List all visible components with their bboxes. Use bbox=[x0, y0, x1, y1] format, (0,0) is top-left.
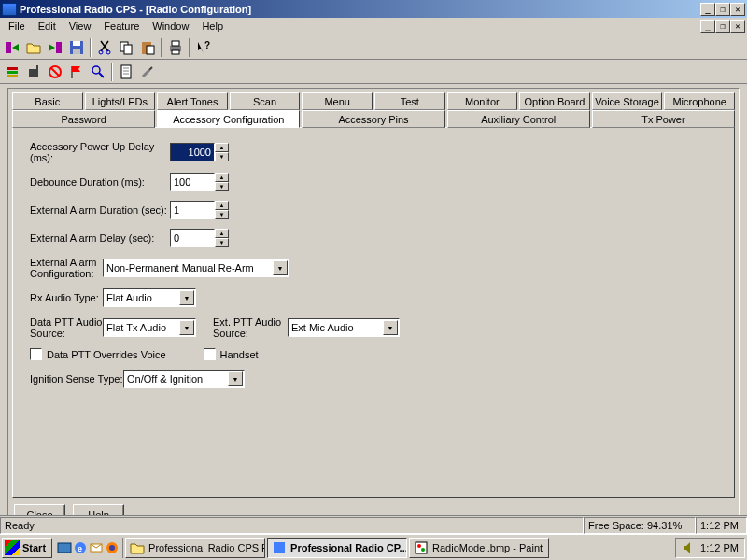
tb-help-icon[interactable]: ? bbox=[193, 37, 214, 58]
ext-alarm-delay-spinner[interactable]: ▲ ▼ bbox=[215, 229, 229, 247]
tab-row-1: Basic Lights/LEDs Alert Tones Scan Menu … bbox=[12, 92, 735, 110]
taskbar-task-cps[interactable]: Professional Radio CP... bbox=[267, 538, 407, 558]
ignition-sense-combo[interactable]: On/Off & Ignition ▼ bbox=[123, 370, 245, 388]
tab-test[interactable]: Test bbox=[374, 92, 445, 110]
menu-file[interactable]: File bbox=[2, 19, 32, 34]
tb-copy-icon[interactable] bbox=[116, 37, 136, 58]
ext-alarm-config-combo[interactable]: Non-Permanent Manual Re-Arm ▼ bbox=[103, 259, 289, 277]
menu-view[interactable]: View bbox=[63, 19, 98, 34]
minimize-button[interactable]: _ bbox=[700, 3, 715, 16]
ext-alarm-delay-input[interactable] bbox=[170, 229, 215, 247]
tb-open-icon[interactable] bbox=[23, 37, 44, 58]
child-close-button[interactable]: ✕ bbox=[730, 20, 745, 33]
tab-microphone[interactable]: Microphone bbox=[664, 92, 735, 110]
tb-write-icon[interactable] bbox=[45, 37, 65, 58]
window-title: Professional Radio CPS - [Radio Configur… bbox=[20, 4, 700, 15]
tb-tools-icon[interactable] bbox=[137, 62, 158, 82]
spin-down-icon[interactable]: ▼ bbox=[215, 238, 229, 247]
spin-up-icon[interactable]: ▲ bbox=[215, 201, 229, 210]
ext-alarm-duration-label: External Alarm Duration (sec): bbox=[30, 204, 170, 216]
ext-ptt-source-combo[interactable]: Ext Mic Audio ▼ bbox=[288, 318, 400, 337]
tab-monitor[interactable]: Monitor bbox=[447, 92, 518, 110]
chevron-down-icon[interactable]: ▼ bbox=[383, 320, 398, 335]
menu-help[interactable]: Help bbox=[195, 19, 230, 34]
data-ptt-source-combo[interactable]: Flat Tx Audio ▼ bbox=[103, 318, 196, 337]
chevron-down-icon[interactable]: ▼ bbox=[179, 290, 194, 305]
task3-label: RadioModel.bmp - Paint bbox=[432, 542, 543, 553]
ql-ie-icon[interactable]: e bbox=[73, 540, 88, 555]
child-restore-button[interactable]: ❐ bbox=[715, 20, 730, 33]
data-ptt-source-value: Flat Tx Audio bbox=[106, 322, 166, 333]
spin-down-icon[interactable]: ▼ bbox=[215, 210, 229, 219]
tb-print-icon[interactable] bbox=[165, 37, 186, 58]
tab-basic[interactable]: Basic bbox=[12, 92, 83, 110]
tray-volume-icon[interactable] bbox=[682, 540, 697, 555]
chevron-down-icon[interactable]: ▼ bbox=[179, 320, 194, 335]
tab-voice-storage[interactable]: Voice Storage bbox=[592, 92, 663, 110]
tab-menu[interactable]: Menu bbox=[302, 92, 373, 110]
tray-time: 1:12 PM bbox=[700, 542, 739, 553]
ql-firefox-icon[interactable] bbox=[105, 540, 120, 555]
tab-alert-tones[interactable]: Alert Tones bbox=[157, 92, 228, 110]
taskbar-task-paint[interactable]: RadioModel.bmp - Paint bbox=[409, 538, 549, 558]
close-window-button[interactable]: ✕ bbox=[730, 3, 745, 16]
menu-window[interactable]: Window bbox=[146, 19, 195, 34]
tab-accessory-configuration[interactable]: Accessory Configuration bbox=[157, 110, 300, 128]
ext-alarm-duration-spinner[interactable]: ▲ ▼ bbox=[215, 201, 229, 219]
ext-alarm-duration-input[interactable] bbox=[170, 201, 215, 219]
tab-auxiliary-control[interactable]: Auxiliary Control bbox=[447, 110, 590, 128]
tab-scan[interactable]: Scan bbox=[230, 92, 301, 110]
tb-read-icon[interactable] bbox=[2, 37, 22, 58]
menu-edit[interactable]: Edit bbox=[32, 19, 63, 34]
svg-rect-29 bbox=[274, 542, 285, 553]
tb-paste-icon[interactable] bbox=[137, 37, 158, 58]
debounce-spinner[interactable]: ▲ ▼ bbox=[215, 173, 229, 191]
acc-power-up-delay-label: Accessory Power Up Delay (ms): bbox=[30, 141, 170, 163]
tb-save-icon[interactable] bbox=[66, 37, 87, 58]
ql-desktop-icon[interactable] bbox=[57, 540, 72, 555]
spin-down-icon[interactable]: ▼ bbox=[215, 152, 229, 161]
rx-audio-type-label: Rx Audio Type: bbox=[30, 292, 103, 303]
maximize-button[interactable]: ❐ bbox=[715, 3, 730, 16]
tb-config-icon[interactable] bbox=[2, 62, 22, 82]
svg-rect-15 bbox=[7, 67, 18, 70]
tb-cut-icon[interactable] bbox=[94, 37, 115, 58]
chevron-down-icon[interactable]: ▼ bbox=[228, 371, 243, 386]
svg-point-31 bbox=[417, 544, 421, 548]
svg-text:?: ? bbox=[204, 40, 210, 50]
child-minimize-button[interactable]: _ bbox=[700, 20, 715, 33]
ql-outlook-icon[interactable] bbox=[89, 540, 104, 555]
spin-up-icon[interactable]: ▲ bbox=[215, 143, 229, 152]
tab-option-board[interactable]: Option Board bbox=[519, 92, 590, 110]
spin-up-icon[interactable]: ▲ bbox=[215, 229, 229, 238]
acc-power-up-delay-spinner[interactable]: ▲ ▼ bbox=[215, 143, 229, 161]
spin-down-icon[interactable]: ▼ bbox=[215, 182, 229, 191]
spin-up-icon[interactable]: ▲ bbox=[215, 173, 229, 182]
svg-rect-4 bbox=[73, 49, 80, 54]
tb-flag-icon[interactable] bbox=[66, 62, 87, 82]
tb-zoom-icon[interactable] bbox=[88, 62, 108, 82]
menu-feature[interactable]: Feature bbox=[97, 19, 146, 34]
tab-lights-leds[interactable]: Lights/LEDs bbox=[85, 92, 156, 110]
ext-alarm-config-label: External Alarm Configuration: bbox=[30, 257, 103, 279]
debounce-input[interactable] bbox=[170, 173, 215, 191]
acc-power-up-delay-input[interactable] bbox=[170, 143, 215, 161]
data-ptt-overrides-checkbox[interactable] bbox=[30, 348, 42, 360]
start-button[interactable]: Start bbox=[2, 538, 52, 558]
tb-radio-icon[interactable] bbox=[23, 62, 44, 82]
taskbar: Start e Professional Radio CPS R... Prof… bbox=[0, 534, 747, 560]
handset-checkbox[interactable] bbox=[204, 348, 216, 360]
tab-accessory-pins[interactable]: Accessory Pins bbox=[302, 110, 444, 128]
windows-logo-icon bbox=[5, 540, 20, 555]
tab-tx-power[interactable]: Tx Power bbox=[592, 110, 735, 128]
tab-password[interactable]: Password bbox=[12, 110, 155, 128]
toolbar-secondary bbox=[0, 60, 747, 84]
tb-prohibit-icon[interactable] bbox=[45, 62, 65, 82]
taskbar-task-folder[interactable]: Professional Radio CPS R... bbox=[125, 538, 265, 558]
folder-icon bbox=[130, 540, 145, 555]
chevron-down-icon[interactable]: ▼ bbox=[273, 260, 288, 275]
tb-document-icon[interactable] bbox=[116, 62, 136, 82]
svg-rect-16 bbox=[7, 71, 18, 74]
system-tray: 1:12 PM bbox=[675, 538, 745, 558]
rx-audio-type-combo[interactable]: Flat Audio ▼ bbox=[103, 288, 196, 307]
